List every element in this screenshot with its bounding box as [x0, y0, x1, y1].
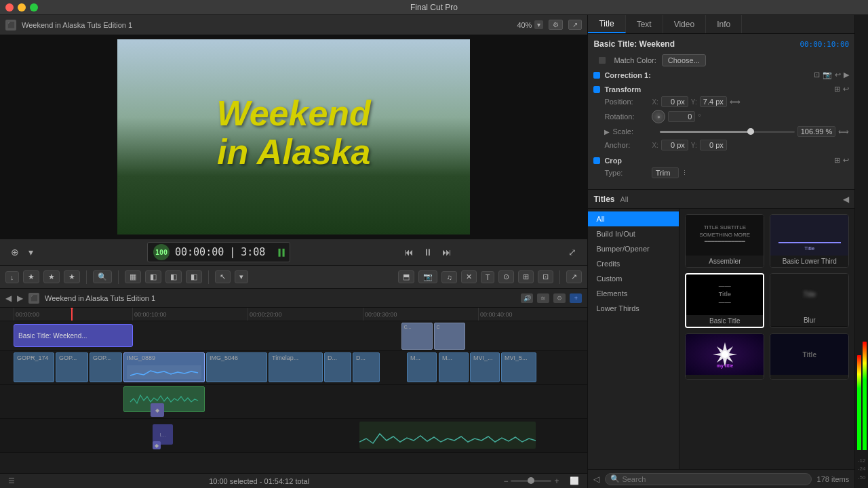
clip-img0889[interactable]: IMG_0889	[123, 352, 205, 382]
rotation-dial[interactable]: ●	[652, 110, 665, 123]
toggle-clips-button[interactable]: ☰	[8, 476, 15, 485]
clip-appearance-button[interactable]: ▦	[125, 270, 141, 283]
add-dropdown-button[interactable]: ▾	[26, 245, 36, 259]
timeline-back-button[interactable]: ◀	[5, 293, 12, 303]
tab-text[interactable]: Text	[626, 15, 663, 33]
zoom-out-button[interactable]: −	[503, 476, 508, 486]
sidebar-item-credits[interactable]: Credits	[588, 256, 679, 271]
sidebar-item-all[interactable]: All	[588, 211, 679, 226]
clip-timelapse[interactable]: Timelap...	[269, 352, 323, 382]
tab-video[interactable]: Video	[663, 15, 706, 33]
crop-type-dropdown-icon[interactable]: ⋮	[682, 169, 688, 176]
tool-right-3[interactable]: ♫	[441, 271, 456, 283]
clip-gop2[interactable]: GOP...	[90, 352, 122, 382]
sidebar-item-elements[interactable]: Elements	[588, 286, 679, 301]
scale-arrows[interactable]: ⟺	[838, 127, 849, 136]
position-y-value[interactable]: 7.4 px	[700, 96, 727, 107]
import-button[interactable]: ↓	[5, 271, 19, 283]
camera-icon[interactable]: 📷	[823, 70, 832, 79]
playhead[interactable]	[71, 308, 73, 321]
play-pause-button[interactable]: ⏸	[420, 245, 435, 259]
overlay-clip-c1[interactable]: C...	[401, 323, 433, 350]
settings-icon[interactable]: ⚙	[553, 293, 566, 303]
search-input[interactable]	[605, 473, 811, 485]
go-to-start-button[interactable]: ⏮	[401, 245, 416, 259]
fullscreen-button[interactable]	[30, 3, 38, 12]
forward-icon[interactable]: ▶	[844, 70, 849, 79]
go-to-end-button[interactable]: ⏭	[439, 245, 454, 259]
close-button[interactable]	[5, 3, 14, 12]
crop-reset-icon[interactable]: ↩	[843, 156, 849, 165]
append-icon[interactable]: +	[570, 293, 582, 303]
sidebar-item-custom[interactable]: Custom	[588, 271, 679, 286]
title-card-last[interactable]: Title	[770, 333, 849, 380]
trim-button[interactable]: ◧	[186, 270, 202, 283]
tool-right-6[interactable]: ⊙	[498, 270, 514, 283]
title-card-starburst[interactable]: my title	[685, 333, 764, 380]
clip-gop1[interactable]: GOP...	[56, 352, 88, 382]
position-arrows[interactable]: ⟺	[730, 98, 741, 106]
sidebar-item-bumper-opener[interactable]: Bumper/Opener	[588, 241, 679, 256]
sidebar-item-build-in-out[interactable]: Build In/Out	[588, 226, 679, 241]
share-export-button[interactable]: ↗	[566, 270, 582, 283]
settings-button[interactable]: ⚙	[549, 20, 563, 30]
title-clip[interactable]: Basic Title: Weekend...	[14, 324, 133, 347]
collapse-panel-button[interactable]: ◀	[843, 195, 849, 204]
title-card-basic-title[interactable]: ——Title—— Basic Title	[685, 273, 764, 328]
title-card-assembler[interactable]: TITLE SUBTITLESOMETHING MORE━━━━━━━━━━━━…	[685, 214, 764, 268]
zoom-dropdown-button[interactable]: ▾	[534, 20, 543, 29]
clip-mvi1[interactable]: MVI_...	[470, 352, 500, 382]
title-card-basic-lower-third[interactable]: Title Basic Lower Third	[770, 214, 849, 268]
title-card-blur[interactable]: Title Blur	[770, 273, 849, 328]
crop-type-value[interactable]: Trim	[652, 167, 679, 178]
favorite-button[interactable]: ★	[23, 270, 39, 283]
tool-right-4[interactable]: ✕	[461, 270, 477, 283]
scale-expand[interactable]: ▶	[604, 128, 611, 136]
anchor-x-value[interactable]: 0 px	[661, 140, 688, 150]
keyword-button[interactable]: ★	[64, 270, 80, 283]
tool-right-7[interactable]: ⊞	[518, 270, 534, 283]
tool-right-8[interactable]: ⊡	[538, 270, 553, 283]
undo-icon[interactable]: ↩	[835, 70, 841, 79]
overlay-clip-c2[interactable]: C	[434, 323, 465, 350]
tool-right-1[interactable]: ⬒	[398, 270, 414, 283]
waveform-icon[interactable]: ≋	[537, 293, 549, 303]
crop-icon[interactable]: ⊡	[814, 70, 820, 79]
clip-m1[interactable]: M...	[407, 352, 437, 382]
position-x-value[interactable]: 0 px	[661, 96, 688, 107]
select-tool-button[interactable]: ↖	[215, 270, 231, 283]
sidebar-item-lower-thirds[interactable]: Lower Thirds	[588, 301, 679, 316]
crop-fit-icon[interactable]: ⊞	[834, 156, 840, 165]
tool-right-5[interactable]: T	[481, 271, 495, 283]
all-label[interactable]: All	[620, 195, 629, 203]
clip-d2[interactable]: D...	[353, 352, 380, 382]
expand-timeline-button[interactable]: ⬜	[570, 476, 579, 485]
clip-gopr174[interactable]: GOPR_174	[14, 352, 54, 382]
blade-button[interactable]: ◧	[165, 270, 182, 283]
add-button[interactable]: ⊕	[8, 245, 22, 259]
clip-m2[interactable]: M...	[439, 352, 469, 382]
sidebar-toggle-button[interactable]: ◁	[593, 474, 599, 484]
scale-value[interactable]: 106.99 %	[797, 126, 835, 137]
transform-reset-icon[interactable]: ↩	[843, 85, 849, 94]
timeline-forward-button[interactable]: ▶	[17, 293, 23, 303]
transform-fit-icon[interactable]: ⊞	[834, 85, 840, 94]
expand-button[interactable]: ⤢	[566, 245, 579, 259]
search-button[interactable]: 🔍	[93, 270, 112, 283]
zoom-in-button[interactable]: +	[554, 476, 559, 486]
reject-button[interactable]: ★	[43, 270, 60, 283]
anchor-y-value[interactable]: 0 px	[700, 140, 727, 150]
scale-slider[interactable]	[660, 131, 794, 133]
choose-button[interactable]: Choose...	[662, 54, 706, 66]
zoom-to-fit-button[interactable]: ◧	[145, 270, 161, 283]
audio-clip-main[interactable]	[123, 386, 205, 412]
zoom-slider[interactable]	[511, 480, 551, 482]
tab-info[interactable]: Info	[706, 15, 742, 33]
audio-icon[interactable]: 🔊	[521, 293, 533, 303]
clip-d1[interactable]: D...	[324, 352, 351, 382]
tool-dropdown-button[interactable]: ▾	[235, 270, 248, 283]
clip-img5046[interactable]: IMG_5046	[206, 352, 267, 382]
minimize-button[interactable]	[18, 3, 26, 12]
tab-title[interactable]: Title	[588, 15, 625, 33]
clip-mvi2[interactable]: MVI_5...	[501, 352, 536, 382]
